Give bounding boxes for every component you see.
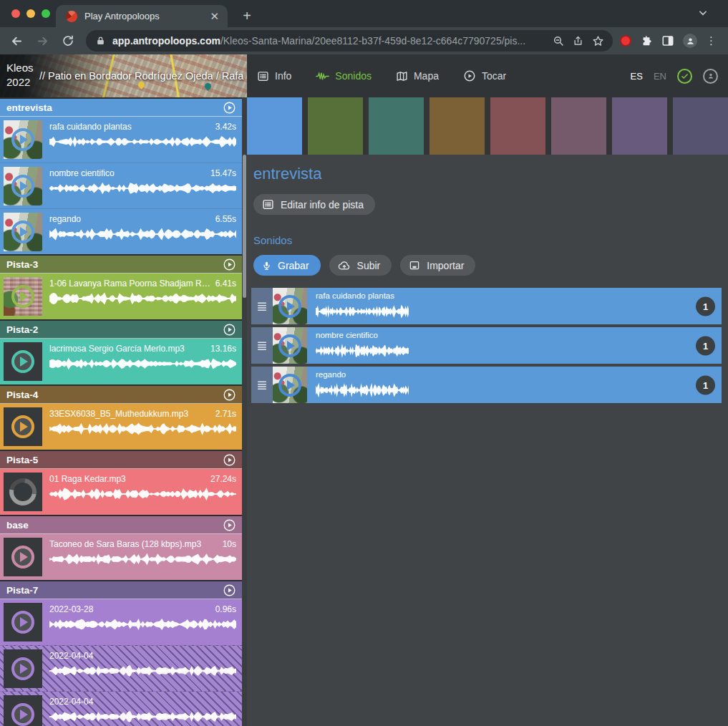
track-square-2[interactable] — [308, 97, 363, 155]
sample-thumbnail[interactable] — [4, 649, 42, 688]
address-bar[interactable]: app.antropoloops.com/Kleos-Santa-Marina/… — [86, 30, 613, 52]
sample-row[interactable]: 2022-04-04 — [0, 691, 242, 726]
sample-thumbnail[interactable] — [4, 473, 42, 511]
track-square-3[interactable] — [369, 97, 424, 155]
track-section-header[interactable]: Pista-5 — [0, 451, 242, 469]
back-button[interactable] — [6, 30, 27, 52]
tab-tocar[interactable]: Tocar — [463, 69, 506, 82]
tab-info[interactable]: Info — [257, 70, 291, 82]
tab-search-chevron-icon[interactable] — [698, 8, 708, 18]
sample-row[interactable]: 2022-03-28 0.96s — [0, 599, 242, 645]
track-square-8[interactable] — [673, 97, 728, 155]
play-overlay-icon[interactable] — [11, 128, 34, 151]
sample-thumbnail[interactable] — [4, 277, 42, 316]
side-panel-icon[interactable] — [661, 34, 674, 47]
track-section-header[interactable]: entrevista — [0, 99, 242, 117]
tab-sonidos[interactable]: Sonidos — [316, 70, 372, 82]
track-play-icon[interactable] — [223, 101, 236, 115]
project-map-banner[interactable]: Kleos 2022 // Patio en Bordador Rodrígue… — [0, 54, 247, 97]
play-overlay-icon[interactable] — [11, 703, 34, 726]
panel-sound-row[interactable]: nombre cientifico 1 — [251, 327, 722, 364]
play-overlay-icon[interactable] — [278, 295, 301, 318]
sidebar-scrollbar-thumb[interactable] — [243, 155, 246, 298]
edit-track-info-button[interactable]: Editar info de pista — [253, 194, 375, 215]
track-square-5[interactable] — [490, 97, 545, 155]
sample-row[interactable]: nombre cientifico 15.47s — [0, 163, 242, 208]
import-button[interactable]: Importar — [400, 255, 475, 276]
sample-row[interactable]: 01 Raga Kedar.mp3 27.24s — [0, 469, 242, 515]
browser-tab[interactable]: Play Antropoloops ✕ — [56, 5, 228, 27]
sound-thumbnail[interactable] — [273, 327, 307, 364]
minimize-window-button[interactable] — [26, 9, 35, 18]
track-section-header[interactable]: Pista-2 — [0, 321, 242, 339]
panel-sound-row[interactable]: rafa cuidando plantas 1 — [251, 288, 722, 324]
play-overlay-icon[interactable] — [11, 415, 34, 438]
sample-thumbnail[interactable] — [4, 120, 42, 159]
drag-handle-icon[interactable] — [251, 367, 273, 403]
play-overlay-icon[interactable] — [11, 221, 34, 243]
sample-row[interactable]: lacrimosa Sergio García Merlo.mp3 13.16s — [0, 339, 242, 384]
sample-row[interactable]: Taconeo de Sara Baras (128 kbps).mp3 10s — [0, 534, 242, 580]
track-play-icon[interactable] — [223, 584, 236, 597]
sample-thumbnail[interactable] — [4, 342, 42, 381]
track-play-icon[interactable] — [223, 453, 236, 467]
sync-check-icon[interactable] — [677, 69, 692, 84]
sample-thumbnail[interactable] — [4, 407, 42, 446]
sample-row[interactable]: 33ESX6038_B5_Muthedukkum.mp3 2.71s — [0, 404, 242, 450]
play-overlay-icon[interactable] — [11, 285, 34, 308]
forward-button[interactable] — [31, 30, 53, 52]
track-square-1[interactable] — [247, 97, 302, 155]
play-overlay-icon[interactable] — [278, 374, 301, 397]
lang-en[interactable]: EN — [654, 71, 666, 82]
tab-mapa[interactable]: Mapa — [396, 70, 439, 82]
sound-thumbnail[interactable] — [273, 288, 307, 324]
sample-thumbnail[interactable] — [4, 695, 42, 726]
sample-row[interactable]: 2022-04-04 — [0, 645, 242, 691]
track-section-header[interactable]: Pista-3 — [0, 256, 242, 274]
sample-thumbnail[interactable] — [4, 167, 42, 205]
extensions-puzzle-icon[interactable] — [640, 34, 653, 47]
sound-thumbnail[interactable] — [273, 367, 307, 403]
reload-button[interactable] — [57, 30, 79, 52]
app-logo[interactable]: Kleos 2022 — [6, 61, 34, 89]
play-overlay-icon[interactable] — [11, 175, 34, 198]
play-overlay-icon[interactable] — [11, 546, 34, 568]
track-section-header[interactable]: Pista-7 — [0, 581, 242, 599]
drag-handle-icon[interactable] — [251, 288, 273, 324]
track-play-icon[interactable] — [223, 323, 236, 337]
play-overlay-icon[interactable] — [11, 350, 34, 373]
share-icon[interactable] — [573, 35, 583, 47]
browser-profile-avatar[interactable] — [683, 34, 697, 48]
play-overlay-icon[interactable] — [11, 657, 34, 680]
zoom-icon[interactable] — [553, 35, 564, 47]
sample-thumbnail[interactable] — [4, 603, 42, 642]
lang-es[interactable]: ES — [631, 71, 643, 82]
track-play-icon[interactable] — [223, 388, 236, 402]
play-overlay-icon[interactable] — [11, 611, 34, 634]
sample-row[interactable]: regando 6.55s — [0, 208, 242, 254]
track-play-icon[interactable] — [223, 518, 236, 532]
track-section-header[interactable]: base — [0, 516, 242, 534]
sample-row[interactable]: rafa cuidando plantas 3.42s — [0, 117, 242, 163]
upload-button[interactable]: Subir — [329, 255, 392, 276]
sample-row[interactable]: 1-06 Lavanya Rama Poorna Shadjam Rupak..… — [0, 274, 242, 319]
bookmark-star-icon[interactable] — [592, 35, 604, 47]
track-square-7[interactable] — [612, 97, 667, 155]
sample-thumbnail[interactable] — [4, 213, 42, 251]
track-section-header[interactable]: Pista-4 — [0, 386, 242, 404]
new-tab-button[interactable]: + — [238, 6, 256, 25]
close-window-button[interactable] — [11, 9, 20, 18]
maximize-window-button[interactable] — [42, 9, 50, 18]
drag-handle-icon[interactable] — [251, 327, 273, 364]
tab-close-icon[interactable]: ✕ — [208, 10, 220, 23]
sample-thumbnail[interactable] — [4, 538, 42, 576]
account-icon[interactable] — [703, 69, 718, 84]
track-square-6[interactable] — [551, 97, 606, 155]
play-overlay-icon[interactable] — [278, 334, 301, 357]
track-square-4[interactable] — [429, 97, 485, 155]
browser-menu-icon[interactable]: ⋮ — [706, 34, 717, 47]
panel-sound-row[interactable]: regando 1 — [251, 367, 722, 403]
recorder-extension-icon[interactable] — [620, 35, 631, 47]
record-button[interactable]: Grabar — [253, 255, 321, 276]
track-play-icon[interactable] — [223, 258, 236, 271]
